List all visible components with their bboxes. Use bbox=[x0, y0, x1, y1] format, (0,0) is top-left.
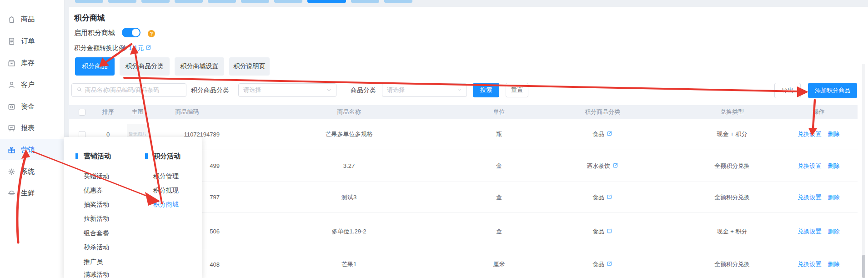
scrollbar-thumb[interactable] bbox=[862, 255, 865, 278]
menu-item-lottery[interactable]: 抽奖活动 bbox=[84, 201, 109, 209]
row-category: 食品 bbox=[592, 130, 604, 138]
tab-points-goods-category[interactable]: 积分商品分类 bbox=[120, 57, 170, 76]
goods-icon bbox=[7, 15, 16, 24]
edit-icon[interactable] bbox=[607, 261, 612, 268]
edit-icon[interactable] bbox=[607, 131, 612, 138]
menu-group-marketing: 营销活动 bbox=[75, 152, 111, 161]
col-name: 商品名称 bbox=[221, 108, 477, 116]
export-button[interactable]: 导出 bbox=[774, 83, 801, 98]
mini-tab[interactable] bbox=[208, 0, 236, 3]
marketing-gift-icon bbox=[7, 145, 16, 154]
row-exchange-type: 全额积分兑换 bbox=[684, 193, 780, 202]
mini-tab-active[interactable] bbox=[307, 0, 346, 3]
enable-points-mall-label: 启用积分商城 bbox=[74, 29, 115, 37]
edit-icon[interactable] bbox=[612, 162, 618, 170]
mini-tab[interactable] bbox=[351, 0, 379, 3]
blue-bullet-icon bbox=[145, 153, 148, 159]
delete-link[interactable]: 删除 bbox=[828, 162, 840, 170]
sidebar-item-system[interactable]: 系统 bbox=[0, 161, 65, 182]
select-all-checkbox[interactable] bbox=[79, 109, 85, 116]
edit-icon[interactable] bbox=[607, 228, 612, 235]
sidebar-item-orders[interactable]: 订单 bbox=[0, 30, 65, 51]
row-category: 食品 bbox=[592, 260, 604, 268]
funds-icon bbox=[7, 102, 16, 111]
select-placeholder: 请选择 bbox=[387, 86, 405, 94]
mini-tab[interactable] bbox=[108, 0, 136, 3]
menu-item-points-mall[interactable]: 积分商城 bbox=[153, 201, 179, 209]
row-unit: 盒 bbox=[477, 227, 521, 236]
delete-link[interactable]: 删除 bbox=[828, 227, 840, 236]
reset-button[interactable]: 重置 bbox=[506, 83, 528, 97]
sidebar-item-fresh[interactable]: 生鲜 bbox=[0, 182, 65, 203]
sidebar-item-label: 营销 bbox=[21, 146, 35, 154]
sidebar-item-funds[interactable]: 资金 bbox=[0, 96, 65, 117]
fresh-food-icon bbox=[7, 188, 16, 197]
delete-link[interactable]: 删除 bbox=[828, 193, 840, 202]
row-exchange-type: 现金 + 积分 bbox=[684, 130, 780, 138]
help-question-icon[interactable]: ? bbox=[148, 30, 155, 37]
delete-link[interactable]: 删除 bbox=[828, 260, 840, 268]
customer-icon bbox=[7, 80, 16, 89]
toggle-knob bbox=[132, 29, 140, 36]
select-placeholder: 请选择 bbox=[243, 86, 261, 94]
menu-item-points-deduction[interactable]: 积分抵现 bbox=[153, 187, 179, 195]
mall-tabs: 积分商品 积分商品分类 积分商城设置 积分说明页 bbox=[75, 57, 270, 76]
mini-tab[interactable] bbox=[384, 0, 412, 3]
search-input[interactable]: 商品名称/商品编码/商品条码 bbox=[71, 83, 186, 97]
row-unit: 盒 bbox=[477, 193, 521, 202]
row-name: 芒果1 bbox=[221, 260, 477, 268]
menu-group-title: 营销活动 bbox=[84, 152, 111, 161]
row-category: 食品 bbox=[592, 227, 604, 236]
tab-points-description[interactable]: 积分说明页 bbox=[229, 57, 270, 76]
points-category-select[interactable]: 请选择 bbox=[238, 83, 336, 97]
exchange-settings-link[interactable]: 兑换设置 bbox=[798, 260, 822, 268]
menu-item-coupon[interactable]: 优惠券 bbox=[84, 187, 103, 195]
mini-tab[interactable] bbox=[141, 0, 170, 3]
menu-item-full-discount[interactable]: 满减活动 bbox=[84, 271, 109, 278]
tab-points-goods[interactable]: 积分商品 bbox=[75, 57, 115, 76]
scrollbar-track[interactable] bbox=[862, 64, 865, 278]
add-points-goods-button[interactable]: 添加积分商品 bbox=[808, 83, 857, 98]
row-unit: 厘米 bbox=[477, 260, 521, 268]
goods-category-select[interactable]: 请选择 bbox=[382, 83, 467, 97]
row-name: 多单位1.29-2 bbox=[221, 227, 477, 236]
sidebar-item-goods[interactable]: 商品 bbox=[0, 9, 65, 30]
search-placeholder: 商品名称/商品编码/商品条码 bbox=[85, 86, 159, 94]
col-category: 积分商品分类 bbox=[521, 108, 684, 116]
enable-points-mall-toggle[interactable] bbox=[122, 28, 140, 37]
sidebar-item-label: 系统 bbox=[21, 167, 35, 176]
mini-tab[interactable] bbox=[175, 0, 203, 3]
menu-item-promoter[interactable]: 推广员 bbox=[84, 258, 103, 266]
mini-tab[interactable] bbox=[75, 0, 103, 3]
edit-icon[interactable] bbox=[607, 194, 612, 201]
exchange-settings-link[interactable]: 兑换设置 bbox=[798, 227, 822, 236]
tab-points-mall-settings[interactable]: 积分商城设置 bbox=[175, 57, 224, 76]
exchange-settings-link[interactable]: 兑换设置 bbox=[798, 130, 822, 138]
edit-icon[interactable] bbox=[146, 45, 151, 52]
menu-group-title: 积分活动 bbox=[153, 152, 181, 161]
menu-item-points-manage[interactable]: 积分管理 bbox=[153, 172, 179, 181]
delete-link[interactable]: 删除 bbox=[828, 130, 840, 138]
sidebar-item-inventory[interactable]: 库存 bbox=[0, 52, 65, 73]
order-icon bbox=[7, 36, 16, 45]
mini-tab[interactable] bbox=[274, 0, 302, 3]
menu-item-flash-sale[interactable]: 秒杀活动 bbox=[84, 243, 109, 252]
exchange-settings-link[interactable]: 兑换设置 bbox=[798, 193, 822, 202]
sidebar-item-reports[interactable]: 报表 bbox=[0, 117, 65, 138]
col-image: 主图 bbox=[120, 108, 155, 116]
search-button[interactable]: 搜索 bbox=[473, 83, 499, 97]
menu-item-combo[interactable]: 组合套餐 bbox=[84, 229, 109, 238]
mini-tab[interactable] bbox=[241, 0, 269, 3]
sidebar-item-label: 资金 bbox=[21, 102, 35, 111]
search-icon bbox=[76, 86, 85, 94]
row-name: 3.27 bbox=[221, 162, 477, 169]
menu-item-buy-gift[interactable]: 买赠活动 bbox=[84, 172, 109, 181]
exchange-settings-link[interactable]: 兑换设置 bbox=[798, 162, 822, 170]
sidebar-item-marketing[interactable]: 营销 bbox=[0, 139, 65, 160]
menu-item-referral[interactable]: 拉新活动 bbox=[84, 215, 109, 223]
menu-group-points: 积分活动 bbox=[145, 152, 181, 161]
sidebar-item-customers[interactable]: 客户 bbox=[0, 74, 65, 95]
report-icon bbox=[7, 123, 16, 132]
points-category-label: 积分商品分类 bbox=[191, 86, 229, 95]
row-exchange-type: 全额积分兑换 bbox=[684, 162, 780, 170]
